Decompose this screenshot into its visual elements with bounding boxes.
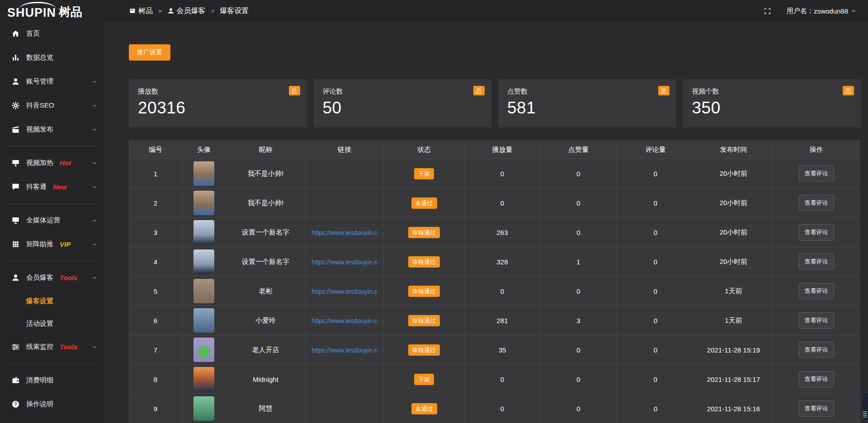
view-comments-button[interactable]: 查看评论: [799, 400, 834, 417]
douyin-link[interactable]: https://www.iesdouyin.c: [311, 258, 377, 266]
sidebar-divider: [8, 203, 98, 204]
cell-link: https://www.iesdouyin.c: [306, 306, 384, 335]
sidebar-subitem-13[interactable]: 爆客设置: [0, 290, 104, 312]
status-badge: 未通过: [411, 403, 437, 414]
user-icon: [11, 77, 20, 86]
status-badge: 下架: [414, 168, 434, 179]
status-badge: 审核通过: [408, 344, 440, 356]
cell-nickname: 设置一个新名字: [226, 218, 306, 247]
sidebar-item-2[interactable]: 账号管理: [0, 70, 104, 94]
sidebar-item-tag: Tools: [60, 274, 77, 282]
stat-card-label: 视频个数: [692, 87, 853, 96]
view-comments-button[interactable]: 查看评论: [799, 371, 834, 387]
sidebar-item-label: 线索监控: [26, 343, 53, 351]
column-header: 操作: [773, 141, 860, 159]
view-comments-button[interactable]: 查看评论: [799, 342, 834, 358]
sidebar-item-tag: VIP: [60, 240, 71, 248]
view-comments-button[interactable]: 查看评论: [799, 224, 834, 240]
accounts-table: 编号头像昵称链接状态播放量点赞量评论量发布时间操作 1我不是小帅!下架00020…: [129, 141, 860, 423]
cell-time: 2021-11-28 15:19: [694, 335, 773, 365]
stat-card-0: 播放数20316总: [129, 79, 307, 127]
sidebar-item-tag: Hot: [60, 159, 71, 167]
sidebar-subitem-14[interactable]: 活动设置: [0, 312, 104, 335]
cell-likes: 3: [540, 306, 617, 335]
chevron-down-icon: [91, 241, 98, 248]
cell-id: 3: [129, 218, 182, 247]
view-comments-button[interactable]: 查看评论: [799, 195, 834, 211]
breadcrumb-item-2[interactable]: 爆客设置: [220, 6, 249, 16]
floating-widget[interactable]: [862, 392, 868, 420]
cell-id: 2: [129, 188, 182, 218]
sidebar-item-12[interactable]: 会员爆客Tools: [0, 266, 104, 290]
breadcrumb-item-0[interactable]: 树品: [129, 6, 153, 16]
fullscreen-icon[interactable]: [764, 7, 771, 15]
view-comments-button[interactable]: 查看评论: [799, 165, 834, 182]
view-comments-button[interactable]: 查看评论: [799, 312, 834, 329]
breadcrumb-separator: >: [158, 8, 162, 14]
view-comments-button[interactable]: 查看评论: [799, 254, 834, 270]
breadcrumb-label: 会员爆客: [177, 6, 206, 16]
stat-card-label: 点赞数: [507, 87, 668, 96]
sidebar-item-17[interactable]: 消费明细: [0, 368, 104, 392]
sidebar-item-15[interactable]: 线索监控Tools: [0, 335, 104, 359]
column-header: 播放量: [465, 141, 540, 159]
chevron-up-icon: [91, 275, 98, 281]
avatar: [193, 367, 214, 391]
table-row: 5老彬https://www.iesdouyin.c审核通过0001天前查看评论: [129, 277, 860, 306]
douyin-link[interactable]: https://www.iesdouyin.c: [311, 317, 377, 324]
cell-link: https://www.iesdouyin.c: [306, 247, 384, 277]
avatar: [193, 249, 214, 274]
cell-comments: 0: [617, 394, 694, 423]
total-badge: 总: [658, 86, 670, 95]
sidebar-item-6[interactable]: 视频加热Hot: [0, 151, 104, 175]
cell-action: 查看评论: [773, 335, 860, 365]
douyin-link[interactable]: https://www.iesdouyin.c: [311, 229, 377, 236]
cell-plays: 0: [465, 277, 540, 306]
sidebar-item-1[interactable]: 数据总览: [0, 46, 104, 70]
breadcrumb-label: 树品: [138, 6, 153, 16]
user-menu[interactable]: 用户名： zswodun88: [787, 7, 857, 15]
cell-action: 查看评论: [773, 277, 860, 306]
cell-status: 审核通过: [384, 335, 465, 365]
sidebar-item-0[interactable]: 首页: [0, 22, 104, 46]
cell-status: 审核通过: [384, 277, 465, 306]
sidebar-item-4[interactable]: 视频发布: [0, 118, 104, 141]
stat-card-1: 评论数50总: [314, 79, 492, 127]
cell-action: 查看评论: [773, 394, 860, 423]
gear-icon: [11, 101, 20, 110]
cell-link: https://www.iesdouyin.c: [306, 218, 384, 247]
douyin-link[interactable]: https://www.iesdouyin.c: [311, 347, 377, 354]
column-header: 链接: [306, 141, 384, 159]
sidebar-item-tag: New: [53, 183, 67, 191]
cell-comments: 0: [617, 335, 694, 365]
douyin-link[interactable]: https://www.iesdouyin.c: [311, 288, 377, 295]
cell-id: 4: [129, 247, 182, 277]
table-row: 3设置一个新名字https://www.iesdouyin.c审核通过26300…: [129, 218, 860, 247]
cell-nickname: 我不是小帅!: [226, 188, 306, 218]
promo-settings-button[interactable]: 推广设置: [129, 44, 170, 61]
sidebar-item-tag: Tools: [60, 343, 77, 351]
breadcrumb-item-1[interactable]: 会员爆客: [167, 6, 206, 16]
cell-likes: 0: [540, 218, 617, 247]
app-logo[interactable]: SHUPIN 树品: [0, 0, 104, 20]
cell-avatar: [182, 247, 226, 277]
status-badge: 审核通过: [408, 256, 440, 268]
avatar: [193, 191, 214, 215]
stat-cards: 播放数20316总评论数50总点赞数581总视频个数350总: [129, 79, 861, 127]
view-comments-button[interactable]: 查看评论: [799, 283, 834, 299]
sidebar-item-18[interactable]: ?操作说明: [0, 392, 104, 416]
cell-comments: 0: [617, 247, 694, 277]
cell-id: 7: [129, 335, 182, 365]
sidebar-item-3[interactable]: 抖音SEO: [0, 94, 104, 118]
chevron-down-icon: [91, 79, 98, 85]
cell-time: 2021-11-28 15:16: [694, 394, 773, 423]
cell-plays: 263: [465, 218, 540, 247]
sidebar-item-9[interactable]: 全媒体运营: [0, 208, 104, 232]
cell-action: 查看评论: [773, 188, 860, 218]
sidebar-item-label: 全媒体运营: [26, 216, 60, 225]
sidebar-item-7[interactable]: 抖客通New: [0, 175, 104, 199]
cell-plays: 281: [465, 306, 540, 335]
cell-id: 6: [129, 306, 182, 335]
sidebar-item-10[interactable]: 矩阵助推VIP: [0, 232, 104, 256]
column-header: 点赞量: [540, 141, 617, 159]
